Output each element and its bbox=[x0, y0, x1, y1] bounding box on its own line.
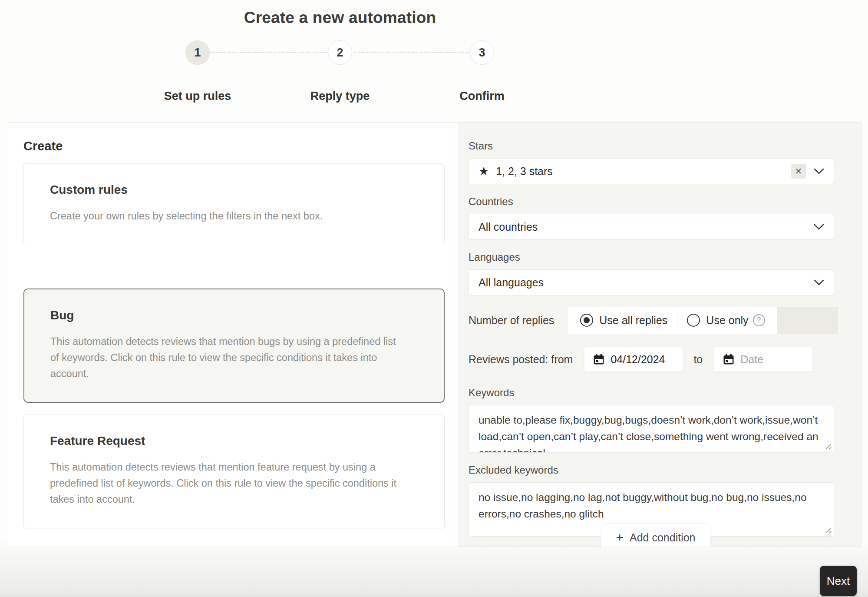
step-3-circle[interactable]: 3 bbox=[470, 40, 494, 65]
radio-unselected-icon bbox=[687, 314, 700, 327]
next-button[interactable]: Next bbox=[820, 566, 857, 596]
clear-stars-icon[interactable]: ✕ bbox=[791, 164, 806, 179]
use-all-replies-label: Use all replies bbox=[599, 314, 667, 327]
preset-bug-description: This automation detects reviews that men… bbox=[50, 334, 398, 382]
calendar-icon bbox=[593, 354, 604, 365]
radio-use-only[interactable]: Use only ? bbox=[677, 314, 774, 327]
step-1-number: 1 bbox=[194, 46, 201, 60]
calendar-icon bbox=[723, 354, 734, 365]
radio-selected-icon bbox=[580, 314, 593, 327]
date-to-placeholder: Date bbox=[740, 353, 763, 366]
step-2-circle[interactable]: 2 bbox=[328, 40, 352, 65]
create-heading: Create bbox=[23, 139, 63, 153]
help-icon[interactable]: ? bbox=[753, 314, 765, 326]
star-icon: ★ bbox=[479, 166, 489, 177]
number-of-replies-row: Number of replies Use all replies Use on… bbox=[469, 307, 834, 334]
add-condition-button[interactable]: + Add condition bbox=[601, 523, 710, 547]
preset-feature-description: This automation detects reviews that men… bbox=[50, 459, 410, 507]
keywords-textarea[interactable]: unable to,please fix,buggy,bug,bugs,does… bbox=[469, 405, 834, 453]
preset-card-bug[interactable]: Bug This automation detects reviews that… bbox=[23, 289, 445, 403]
reviews-posted-label: Reviews posted: from bbox=[469, 353, 573, 366]
preset-feature-title: Feature Request bbox=[50, 434, 418, 448]
countries-label: Countries bbox=[469, 196, 834, 208]
number-of-replies-label: Number of replies bbox=[469, 314, 554, 327]
custom-rules-title: Custom rules bbox=[50, 183, 418, 197]
create-automation-wizard: Create a new automation 1 2 3 Set up rul… bbox=[0, 0, 868, 597]
filters-column: Stars ★ 1, 2, 3 stars ✕ Countries All co… bbox=[458, 123, 861, 547]
chevron-down-icon[interactable] bbox=[814, 279, 824, 285]
step-2-number: 2 bbox=[337, 46, 343, 60]
date-to-input[interactable]: Date bbox=[714, 347, 813, 372]
keywords-label: Keywords bbox=[469, 387, 834, 399]
date-to-label: to bbox=[693, 353, 703, 366]
excluded-keywords-label: Excluded keywords bbox=[469, 464, 834, 476]
chevron-down-icon[interactable] bbox=[814, 224, 824, 230]
date-from-input[interactable]: 04/12/2024 bbox=[584, 347, 683, 372]
stars-select[interactable]: ★ 1, 2, 3 stars ✕ bbox=[469, 158, 834, 184]
use-only-count-input-disabled bbox=[777, 307, 838, 334]
stars-label: Stars bbox=[469, 140, 834, 152]
page-title: Create a new automation bbox=[244, 9, 436, 27]
step-1-circle[interactable]: 1 bbox=[185, 40, 210, 65]
step-1-label: Set up rules bbox=[164, 90, 231, 103]
preset-card-feature-request[interactable]: Feature Request This automation detects … bbox=[23, 415, 445, 528]
reviews-posted-row: Reviews posted: from 04/12/2024 to Date bbox=[469, 347, 834, 372]
add-condition-label: Add condition bbox=[630, 531, 696, 544]
stars-value: 1, 2, 3 stars bbox=[496, 165, 791, 178]
date-from-value: 04/12/2024 bbox=[611, 353, 665, 366]
replies-options-group: Use all replies Use only ? bbox=[568, 307, 777, 334]
languages-label: Languages bbox=[469, 251, 834, 263]
custom-rules-description: Create your own rules by selecting the f… bbox=[50, 208, 418, 224]
plus-icon: + bbox=[616, 531, 624, 544]
preset-bug-title: Bug bbox=[50, 308, 418, 322]
countries-select[interactable]: All countries bbox=[469, 214, 834, 240]
custom-rules-card[interactable]: Custom rules Create your own rules by se… bbox=[23, 163, 445, 244]
step-3-label: Confirm bbox=[459, 90, 505, 103]
keywords-field-wrap: unable to,please fix,buggy,bug,bugs,does… bbox=[469, 405, 834, 453]
use-only-label: Use only bbox=[706, 314, 748, 327]
step-3-number: 3 bbox=[479, 46, 485, 60]
radio-use-all-replies[interactable]: Use all replies bbox=[571, 314, 677, 327]
languages-select[interactable]: All languages bbox=[469, 269, 834, 295]
step-2-label: Reply type bbox=[310, 90, 370, 103]
step-connector-2-3 bbox=[354, 52, 469, 53]
step-connector-1-2 bbox=[211, 52, 327, 53]
chevron-down-icon[interactable] bbox=[814, 168, 824, 174]
countries-value: All countries bbox=[479, 221, 814, 233]
wizard-body-panel: Create Custom rules Create your own rule… bbox=[8, 122, 861, 547]
languages-value: All languages bbox=[479, 276, 814, 289]
